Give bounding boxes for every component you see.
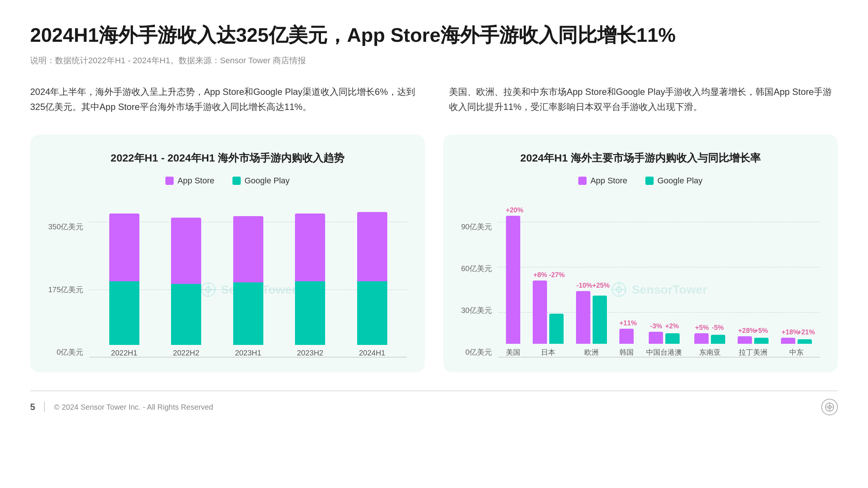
legend-appstore: App Store <box>165 176 214 186</box>
footer-left: 5 © 2024 Sensor Tower Inc. - All Rights … <box>30 402 213 412</box>
right-legend: App Store Google Play <box>461 176 820 186</box>
left-legend: App Store Google Play <box>48 176 407 186</box>
footer-copyright: © 2024 Sensor Tower Inc. - All Rights Re… <box>54 403 213 412</box>
bar-bottom <box>233 216 263 282</box>
left-chart-title: 2022年H1 - 2024年H1 海外市场手游内购收入趋势 <box>48 151 407 165</box>
bar-teal <box>711 335 725 344</box>
y-label-60: 60亿美元 <box>461 264 492 274</box>
bar-pair <box>533 281 564 344</box>
bar-purple <box>533 281 547 344</box>
right-legend-googleplay-label: Google Play <box>657 176 703 186</box>
bar-pair <box>694 333 725 344</box>
bar-purple <box>738 336 752 344</box>
bar-bottom <box>171 218 201 284</box>
pct-teal: +5% <box>754 327 768 335</box>
legend-googleplay: Google Play <box>232 176 290 186</box>
right-bars: +20%美国+8%-27%日本-10%+25%欧洲+11%韩国-3%+2%中国台… <box>498 222 820 357</box>
pct-purple: +8% <box>533 271 547 279</box>
bar-bottom <box>357 212 387 281</box>
bar-pair <box>738 336 769 344</box>
right-bar-group: +18%+21%中东 <box>781 328 812 357</box>
bar-top <box>233 282 263 345</box>
left-bar-group: 2022H1 <box>109 214 139 357</box>
pct-purple: +20% <box>506 206 520 214</box>
stacked-bar <box>171 218 201 345</box>
right-bar-group: +5%-5%东南亚 <box>694 324 725 357</box>
y-label-350: 350亿美元 <box>48 222 83 232</box>
bar-top <box>109 281 139 345</box>
bar-pair <box>649 332 680 344</box>
footer-divider <box>44 402 45 412</box>
bar-teal <box>549 314 564 344</box>
pct-purple: +28% <box>738 327 752 335</box>
bar-xlabel: 2022H2 <box>173 349 199 357</box>
legend-googleplay-label: Google Play <box>245 176 290 186</box>
bar-pair <box>619 329 634 344</box>
right-bar-group: +20%美国 <box>506 206 520 357</box>
right-bar-group: +11%韩国 <box>619 319 634 357</box>
right-legend-appstore-dot <box>578 177 587 185</box>
left-bar-group: 2022H2 <box>171 218 201 357</box>
bar-top <box>357 281 387 345</box>
pct-teal: +25% <box>592 282 607 290</box>
pct-purple: +5% <box>695 324 709 332</box>
y-label-r0: 0亿美元 <box>465 347 492 357</box>
right-xlabel: 拉丁美洲 <box>739 348 767 357</box>
pct-teal: -27% <box>549 271 563 279</box>
y-label-30: 30亿美元 <box>461 305 492 316</box>
bar-purple <box>694 333 709 344</box>
right-legend-appstore: App Store <box>578 176 627 186</box>
bar-top <box>295 281 325 345</box>
right-bar-group: +28%+5%拉丁美洲 <box>738 327 769 357</box>
bar-teal <box>798 339 812 344</box>
right-xlabel: 中东 <box>789 348 804 357</box>
pct-purple: +11% <box>619 319 634 327</box>
right-legend-googleplay: Google Play <box>645 176 703 186</box>
right-bar-group: +8%-27%日本 <box>533 271 564 357</box>
bar-purple <box>506 216 520 344</box>
pct-teal: -5% <box>711 324 725 332</box>
pct-teal: +2% <box>665 322 679 330</box>
right-xlabel: 欧洲 <box>584 348 599 357</box>
right-bar-group: -10%+25%欧洲 <box>576 282 607 357</box>
y-label-90: 90亿美元 <box>461 222 492 232</box>
bar-pair <box>506 216 520 344</box>
bar-purple <box>649 332 663 344</box>
pct-purple: +18% <box>781 328 796 336</box>
bar-purple <box>781 338 795 344</box>
desc-left: 2024年上半年，海外手游收入呈上升态势，App Store和Google Pl… <box>30 84 419 115</box>
bar-purple <box>619 329 634 344</box>
bar-pair <box>781 338 812 344</box>
description-row: 2024年上半年，海外手游收入呈上升态势，App Store和Google Pl… <box>30 84 838 115</box>
bar-teal <box>754 338 769 344</box>
left-bar-group: 2023H2 <box>295 214 325 357</box>
left-bars-wrapper: SensorTower 2022H12022H22023H12023H22024… <box>89 222 407 357</box>
y-label-0: 0亿美元 <box>57 347 83 357</box>
bar-pair <box>576 291 607 344</box>
bar-xlabel: 2024H1 <box>359 349 385 357</box>
right-xlabel: 韩国 <box>619 348 634 357</box>
bar-teal <box>593 296 607 344</box>
bar-xlabel: 2023H2 <box>297 349 323 357</box>
right-bar-group: -3%+2%中国台港澳 <box>646 322 682 357</box>
stacked-bar <box>295 214 325 345</box>
right-chart-card: 2024年H1 海外主要市场手游内购收入与同比增长率 App Store Goo… <box>443 134 838 372</box>
right-legend-appstore-label: App Store <box>590 176 627 186</box>
charts-row: 2022年H1 - 2024年H1 海外市场手游内购收入趋势 App Store… <box>30 134 838 372</box>
right-xlabel: 东南亚 <box>699 348 721 357</box>
stacked-bar <box>357 212 387 345</box>
footer-page: 5 <box>30 402 35 412</box>
right-xlabel: 美国 <box>506 348 520 357</box>
stacked-bar <box>109 214 139 345</box>
left-chart-card: 2022年H1 - 2024年H1 海外市场手游内购收入趋势 App Store… <box>30 134 425 372</box>
right-xlabel: 中国台港澳 <box>646 348 682 357</box>
legend-appstore-label: App Store <box>177 176 214 186</box>
bar-xlabel: 2023H1 <box>235 349 261 357</box>
bar-purple <box>576 291 590 344</box>
legend-googleplay-dot <box>232 177 241 185</box>
left-bar-group: 2024H1 <box>357 212 387 357</box>
footer: 5 © 2024 Sensor Tower Inc. - All Rights … <box>30 390 838 415</box>
right-chart-title: 2024年H1 海外主要市场手游内购收入与同比增长率 <box>461 151 820 165</box>
bar-teal <box>665 333 680 344</box>
sensortower-logo <box>821 399 838 415</box>
